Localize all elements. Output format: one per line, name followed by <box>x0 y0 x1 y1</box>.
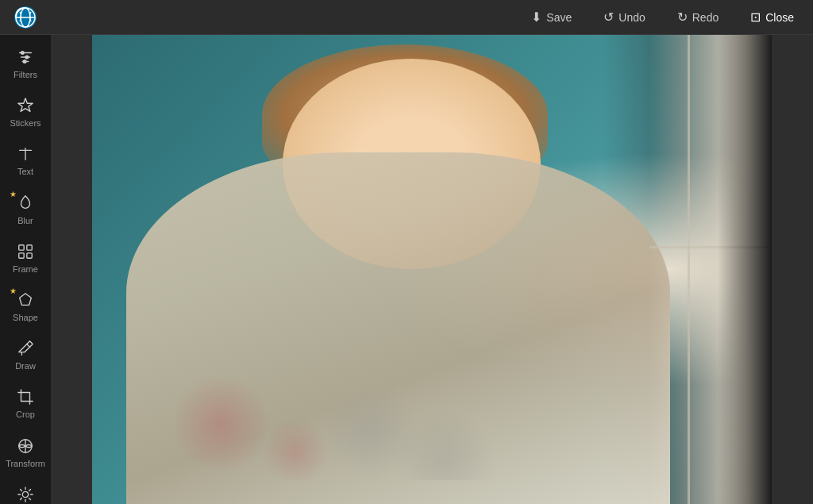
svg-rect-14 <box>19 253 24 258</box>
frame-icon <box>16 242 35 261</box>
filters-icon <box>16 48 35 67</box>
svg-point-18 <box>22 491 28 497</box>
stickers-icon <box>16 96 35 115</box>
window-divider-vertical <box>688 35 690 504</box>
svg-line-24 <box>29 498 30 499</box>
draw-icon <box>16 339 35 358</box>
sidebar-item-stickers[interactable]: Stickers <box>3 90 48 135</box>
redo-button[interactable]: ↻ Redo <box>671 8 725 27</box>
save-label: Save <box>546 11 572 24</box>
sidebar-item-frame[interactable]: Frame <box>3 236 48 281</box>
blur-icon <box>16 194 35 213</box>
sidebar-item-draw[interactable]: Draw <box>3 333 48 378</box>
clothing-floral-pattern <box>146 293 520 480</box>
sidebar-item-filters[interactable]: Filters <box>3 41 48 87</box>
blur-star-badge: ★ <box>10 190 17 198</box>
crop-label: Crop <box>16 410 35 420</box>
shape-label: Shape <box>13 313 38 323</box>
transform-icon <box>16 437 35 456</box>
sidebar-item-transform[interactable]: Transform <box>3 430 48 475</box>
shape-icon <box>16 290 35 310</box>
svg-point-9 <box>23 60 26 63</box>
svg-rect-13 <box>27 245 32 250</box>
save-icon: ⬇ <box>531 11 541 24</box>
draw-label: Draw <box>15 361 36 371</box>
svg-line-25 <box>20 498 21 499</box>
svg-point-7 <box>21 52 25 55</box>
blur-label: Blur <box>17 216 33 226</box>
main-area: Filters Stickers Text ★ Blur <box>0 35 813 504</box>
text-label: Text <box>17 167 33 177</box>
svg-line-23 <box>20 489 21 491</box>
sidebar-item-blur[interactable]: ★ Blur <box>3 187 48 233</box>
text-icon <box>16 144 35 164</box>
close-button[interactable]: ⊡ Close <box>744 8 800 27</box>
svg-rect-12 <box>19 245 24 250</box>
canvas-area <box>51 35 813 504</box>
app-header: ⬇ Save ↺ Undo ↻ Redo ⊡ Close <box>0 0 813 35</box>
adjust-icon <box>16 485 35 504</box>
photo-frame <box>92 35 772 504</box>
wordpress-logo <box>13 5 38 30</box>
save-button[interactable]: ⬇ Save <box>525 8 578 27</box>
stickers-label: Stickers <box>10 118 40 129</box>
crop-icon <box>16 387 35 406</box>
dark-curtain <box>718 35 772 504</box>
svg-rect-15 <box>27 253 32 258</box>
sidebar-item-adjust[interactable]: Adjust <box>3 479 48 504</box>
sidebar-item-text[interactable]: Text <box>3 138 48 183</box>
svg-line-26 <box>29 489 30 491</box>
close-icon: ⊡ <box>750 11 761 24</box>
redo-icon: ↻ <box>677 11 688 24</box>
filters-label: Filters <box>13 70 37 80</box>
close-label: Close <box>765 11 794 24</box>
undo-button[interactable]: ↺ Undo <box>597 8 651 27</box>
header-left <box>13 5 38 30</box>
undo-icon: ↺ <box>603 11 614 24</box>
sidebar: Filters Stickers Text ★ Blur <box>0 35 51 504</box>
shape-star-badge: ★ <box>10 287 17 295</box>
sidebar-item-shape[interactable]: ★ Shape <box>3 284 48 329</box>
frame-label: Frame <box>13 264 38 275</box>
redo-label: Redo <box>692 11 719 24</box>
undo-label: Undo <box>618 11 645 24</box>
transform-label: Transform <box>6 459 45 469</box>
sidebar-item-crop[interactable]: Crop <box>3 381 48 426</box>
header-actions: ⬇ Save ↺ Undo ↻ Redo ⊡ Close <box>525 8 800 27</box>
photo-canvas <box>92 35 772 504</box>
svg-point-8 <box>25 56 29 59</box>
